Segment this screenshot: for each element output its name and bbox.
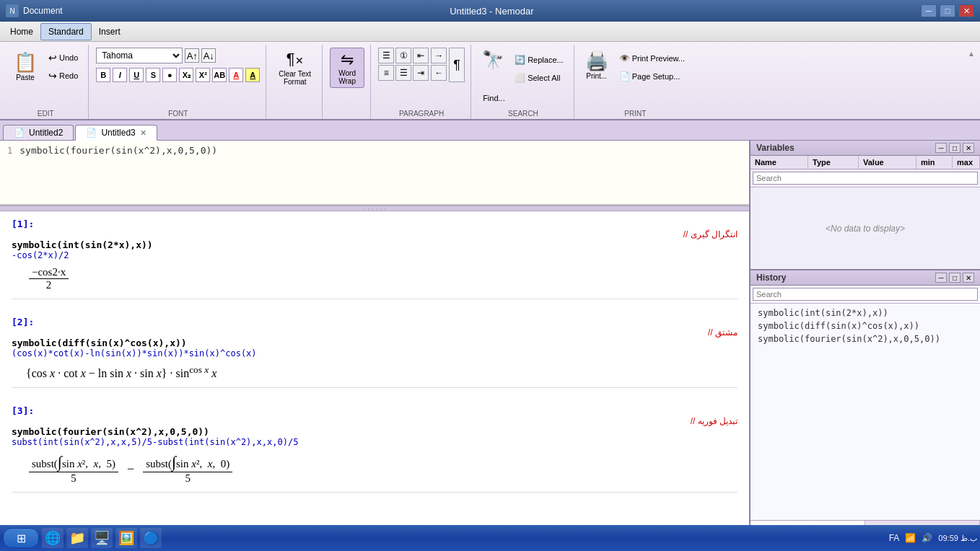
divider-2 [12, 387, 738, 388]
strikethrough-button[interactable]: S [146, 68, 160, 82]
ab-button[interactable]: AB [212, 68, 227, 82]
print-preview-button[interactable]: 👁️ Print Preview... [615, 50, 689, 66]
select-all-button[interactable]: ⬜ Select All [510, 70, 568, 86]
paste-button[interactable]: 📋 Paste [9, 48, 42, 85]
output-code-2: symbolic(diff(sin(x)^cos(x),x)) [12, 338, 738, 348]
tab-untitled3[interactable]: 📄 Untitled3 ✕ [75, 125, 157, 141]
ribbon-collapse-button[interactable]: ▲ [966, 48, 977, 59]
decrease-indent-button[interactable]: ⇤ [413, 48, 429, 63]
output-pane[interactable]: [1]: انتگرال گیری // symbolic(int(sin(2*… [0, 211, 749, 535]
menu-insert[interactable]: Insert [92, 24, 128, 40]
taskbar-computer-icon[interactable]: 🖥️ [91, 528, 113, 548]
replace-label: Replace... [528, 56, 564, 64]
history-item-0[interactable]: symbolic(int(sin(2*x),x)) [753, 307, 977, 319]
input-pane[interactable]: 1symbolic(fourier(sin(x^2),x,0,5,0)) [0, 141, 749, 206]
variables-search-bar[interactable] [751, 169, 980, 188]
fourier-denom-2: 5 [182, 472, 193, 485]
start-button[interactable]: ⊞ [3, 528, 39, 548]
pane-resize-handle[interactable]: · · · · · · [0, 206, 749, 211]
taskbar-gallery-icon[interactable]: 🖼️ [115, 528, 137, 548]
taskbar-ie-icon[interactable]: 🌐 [42, 528, 64, 548]
close-button[interactable]: ✕ [958, 4, 974, 17]
history-search-bar[interactable] [751, 286, 980, 304]
divider-3 [12, 492, 738, 493]
font-group-label: FONT [90, 110, 266, 118]
history-item-1[interactable]: symbolic(diff(sin(x)^cos(x),x)) [753, 319, 977, 332]
lang-indicator: FA [889, 533, 900, 543]
underline-button[interactable]: U [129, 68, 144, 82]
find-button[interactable]: Find... [478, 90, 509, 106]
taskbar-app5-icon[interactable]: 🔵 [140, 528, 162, 548]
arrow-left-button[interactable]: ← [431, 65, 447, 81]
output-math-1: −cos2·x 2 [26, 266, 738, 291]
col-value-header: Value [859, 156, 916, 169]
increase-indent-button[interactable]: ⇥ [413, 65, 429, 81]
variables-float[interactable]: □ [949, 143, 961, 153]
history-item-2[interactable]: symbolic(fourier(sin(x^2),x,0,5,0)) [753, 332, 977, 345]
menu-standard[interactable]: Standard [40, 23, 92, 40]
font-highlight-button[interactable]: A [245, 68, 260, 82]
redo-button[interactable]: ↪ Redo [44, 67, 82, 84]
binoculars-icon: 🔭 [482, 50, 504, 70]
fourier-numer-2: subst(∫sin x², x, 0) [143, 453, 232, 472]
word-wrap-label: WordWrap [338, 69, 356, 85]
list-number-button[interactable]: ① [395, 48, 411, 63]
tab-icon-active: 📄 [86, 128, 97, 138]
maximize-button[interactable]: □ [940, 4, 955, 17]
history-close[interactable]: ✕ [963, 273, 974, 283]
align-left-button[interactable]: ≡ [378, 65, 394, 81]
output-math-3: subst(∫sin x², x, 5) 5 − subst(∫sin x², … [26, 453, 738, 485]
line-number: 1 [7, 146, 12, 156]
list-bullet-button[interactable]: ☰ [378, 48, 394, 63]
output-raw-2: (cos(x)*cot(x)-ln(sin(x))*sin(x))*sin(x)… [12, 348, 738, 358]
page-setup-button[interactable]: 📄 Page Setup... [615, 69, 689, 84]
document-menu[interactable]: Document [23, 6, 63, 16]
replace-button[interactable]: 🔄 Replace... [510, 52, 568, 68]
find-button-group[interactable]: 🔭 [478, 48, 507, 72]
ribbon: 📋 Paste ↩ Undo ↪ Redo EDIT [0, 42, 980, 120]
taskbar-right: FA 📶 🔊 09:59 ب.ظ [889, 533, 977, 543]
tab-untitled2[interactable]: 📄 Untitled2 [3, 125, 74, 140]
minimize-button[interactable]: ─ [921, 4, 937, 17]
output-block-3: [3]: تبدیل فوریه // symbolic(fourier(sin… [12, 405, 738, 493]
print-button-group[interactable]: 🖨️ Print... [582, 48, 612, 82]
superscript-button[interactable]: X² [196, 68, 210, 82]
variables-search-input[interactable] [753, 172, 978, 185]
window-title: Untitled3 - Nemodar [63, 6, 921, 17]
variables-panel: Variables ─ □ ✕ Name Type Value min max … [751, 141, 980, 270]
variables-minimize[interactable]: ─ [935, 143, 947, 153]
fraction-denom-1: 2 [43, 279, 55, 291]
variables-close[interactable]: ✕ [963, 143, 974, 153]
tab-close-button[interactable]: ✕ [140, 128, 146, 138]
arrow-right-button[interactable]: → [431, 48, 447, 63]
font-color-button[interactable]: A [229, 68, 243, 82]
font-selector[interactable]: Tahoma [96, 48, 183, 63]
word-wrap-button[interactable]: ⇋ WordWrap [330, 48, 364, 88]
menu-home[interactable]: Home [3, 24, 40, 40]
output-comment-2: مشتق // [12, 327, 738, 338]
pilcrow-button[interactable]: ¶ [449, 48, 465, 82]
paragraph-group-label: PARAGRAPH [372, 110, 471, 118]
ribbon-group-clear: ¶✕ Clear TextFormat [268, 45, 323, 119]
undo-button[interactable]: ↩ Undo [44, 49, 82, 66]
history-search-input[interactable] [753, 288, 978, 301]
clear-format-button[interactable]: ¶✕ Clear TextFormat [274, 48, 316, 88]
history-list: symbolic(int(sin(2*x),x)) symbolic(diff(… [751, 304, 980, 520]
italic-button[interactable]: I [113, 68, 127, 82]
font-size-increase[interactable]: A↑ [185, 48, 199, 63]
history-minimize[interactable]: ─ [935, 273, 947, 283]
input-code: symbolic(fourier(sin(x^2),x,0,5,0)) [19, 145, 217, 156]
taskbar-folder-icon[interactable]: 📁 [66, 528, 88, 548]
paste-icon: 📋 [14, 51, 37, 74]
output-label-2: [2]: [12, 317, 738, 327]
align-center-button[interactable]: ☰ [395, 65, 411, 81]
ribbon-group-print: 🖨️ Print... 👁️ Print Preview... 📄 Page S… [576, 45, 695, 119]
editor-area: 1symbolic(fourier(sin(x^2),x,0,5,0)) · ·… [0, 141, 749, 535]
bold-button[interactable]: B [96, 68, 110, 82]
tab-label-active: Untitled3 [101, 128, 135, 138]
history-float[interactable]: □ [949, 273, 961, 283]
ribbon-group-paragraph: ☰ ① ⇤ ≡ ☰ ⇥ → ← ¶ PARAGRAPH [372, 45, 471, 119]
circle-button[interactable]: ● [162, 68, 177, 82]
font-size-decrease[interactable]: A↓ [201, 48, 216, 63]
subscript-button[interactable]: X₂ [179, 68, 193, 82]
